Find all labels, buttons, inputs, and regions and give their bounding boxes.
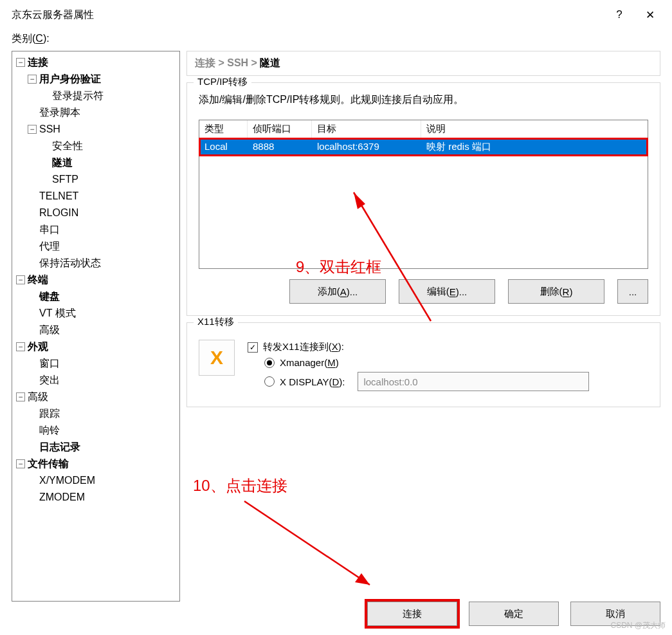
edit-button[interactable]: 编辑(E)... bbox=[399, 279, 495, 304]
tree-advanced[interactable]: 高级 bbox=[28, 391, 48, 404]
tree-keep-alive[interactable]: 保持活动状态 bbox=[39, 257, 101, 270]
annotation-arrow-10 bbox=[219, 495, 412, 604]
dialog-footer: 连接 确定 取消 bbox=[0, 602, 672, 635]
col-port[interactable]: 侦听端口 bbox=[248, 120, 312, 138]
svg-marker-3 bbox=[355, 573, 370, 585]
breadcrumb: 连接 > SSH > 隧道 bbox=[186, 51, 660, 76]
delete-button[interactable]: 删除(R) bbox=[508, 279, 604, 304]
cell-port: 8888 bbox=[248, 138, 312, 156]
cell-desc: 映射 redis 端口 bbox=[421, 138, 648, 156]
tree-keyboard[interactable]: 键盘 bbox=[39, 290, 60, 304]
xdisplay-radio[interactable] bbox=[264, 376, 275, 387]
properties-dialog: 京东云服务器属性 ? ✕ 类别(C): −连接 −用户身份验证 登录提示符 登录… bbox=[0, 0, 672, 635]
tree-tunnel[interactable]: 隧道 bbox=[52, 156, 73, 170]
tree-rlogin[interactable]: RLOGIN bbox=[39, 207, 78, 219]
tcp-ip-group: TCP/IP转移 添加/编辑/删除TCP/IP转移规则。此规则连接后自动应用。 … bbox=[186, 82, 660, 316]
add-button[interactable]: 添加(A)... bbox=[289, 279, 386, 304]
svg-line-2 bbox=[244, 501, 370, 585]
xdisplay-label: X DISPLAY(D): bbox=[280, 376, 345, 387]
forwarding-rules-list[interactable]: 类型 侦听端口 目标 说明 Local 8888 localhost:6379 … bbox=[199, 120, 648, 269]
xmanager-icon: X bbox=[199, 340, 235, 376]
tree-user-auth[interactable]: 用户身份验证 bbox=[39, 73, 101, 86]
tree-ssh[interactable]: SSH bbox=[39, 124, 60, 135]
x11-group-title: X11转移 bbox=[194, 316, 238, 328]
tree-serial[interactable]: 串口 bbox=[39, 223, 60, 237]
tree-xymodem[interactable]: X/YMODEM bbox=[39, 475, 95, 486]
cancel-button[interactable]: 取消 bbox=[570, 602, 660, 626]
close-button[interactable]: ✕ bbox=[635, 0, 666, 30]
tree-login-script[interactable]: 登录脚本 bbox=[39, 106, 80, 120]
col-target[interactable]: 目标 bbox=[312, 120, 421, 138]
forward-x11-checkbox[interactable]: ✓ bbox=[248, 342, 258, 353]
list-header: 类型 侦听端口 目标 说明 bbox=[199, 120, 648, 138]
list-empty-area[interactable] bbox=[199, 156, 648, 268]
tree-popup[interactable]: 突出 bbox=[39, 374, 60, 387]
xdisplay-input[interactable] bbox=[358, 372, 589, 391]
col-desc[interactable]: 说明 bbox=[421, 120, 648, 138]
tree-proxy[interactable]: 代理 bbox=[39, 240, 60, 253]
tree-telnet[interactable]: TELNET bbox=[39, 190, 78, 202]
ok-button[interactable]: 确定 bbox=[469, 602, 559, 626]
cell-target: localhost:6379 bbox=[312, 138, 421, 156]
titlebar: 京东云服务器属性 ? ✕ bbox=[0, 0, 672, 30]
tree-trace[interactable]: 跟踪 bbox=[39, 407, 60, 421]
annotation-text-10: 10、点击连接 bbox=[193, 475, 287, 496]
tree-vt-mode[interactable]: VT 模式 bbox=[39, 307, 76, 320]
tree-login-prompt[interactable]: 登录提示符 bbox=[52, 89, 104, 103]
list-row-selected[interactable]: Local 8888 localhost:6379 映射 redis 端口 bbox=[199, 138, 648, 156]
tree-sftp[interactable]: SFTP bbox=[52, 174, 78, 185]
tcp-group-desc: 添加/编辑/删除TCP/IP转移规则。此规则连接后自动应用。 bbox=[199, 93, 648, 107]
xmanager-radio[interactable] bbox=[264, 358, 275, 368]
tree-adv-term[interactable]: 高级 bbox=[39, 324, 60, 337]
category-label: 类别(C): bbox=[0, 30, 672, 51]
tree-security[interactable]: 安全性 bbox=[52, 140, 83, 153]
more-button[interactable]: ... bbox=[617, 279, 648, 304]
tree-bell[interactable]: 响铃 bbox=[39, 424, 60, 437]
tree-connection[interactable]: 连接 bbox=[28, 56, 48, 69]
tree-file-transfer[interactable]: 文件传输 bbox=[28, 457, 69, 471]
tree-window[interactable]: 窗口 bbox=[39, 357, 60, 371]
xmanager-label: Xmanager(M) bbox=[280, 357, 339, 368]
connect-button[interactable]: 连接 bbox=[367, 602, 457, 626]
tcp-group-title: TCP/IP转移 bbox=[194, 76, 251, 88]
tree-appearance[interactable]: 外观 bbox=[28, 340, 48, 354]
tree-terminal[interactable]: 终端 bbox=[28, 273, 48, 287]
cell-type: Local bbox=[199, 138, 248, 156]
dialog-title: 京东云服务器属性 bbox=[12, 8, 604, 22]
category-tree[interactable]: −连接 −用户身份验证 登录提示符 登录脚本 −SSH 安全性 隧道 SFTP … bbox=[12, 51, 180, 602]
x11-group: X11转移 X ✓ 转发X11连接到(X): Xmanager(M) bbox=[186, 322, 660, 407]
forward-x11-label: 转发X11连接到(X): bbox=[263, 341, 344, 353]
help-button[interactable]: ? bbox=[604, 0, 635, 30]
col-type[interactable]: 类型 bbox=[199, 120, 248, 138]
tree-logging[interactable]: 日志记录 bbox=[39, 441, 80, 454]
tree-zmodem[interactable]: ZMODEM bbox=[39, 492, 85, 503]
